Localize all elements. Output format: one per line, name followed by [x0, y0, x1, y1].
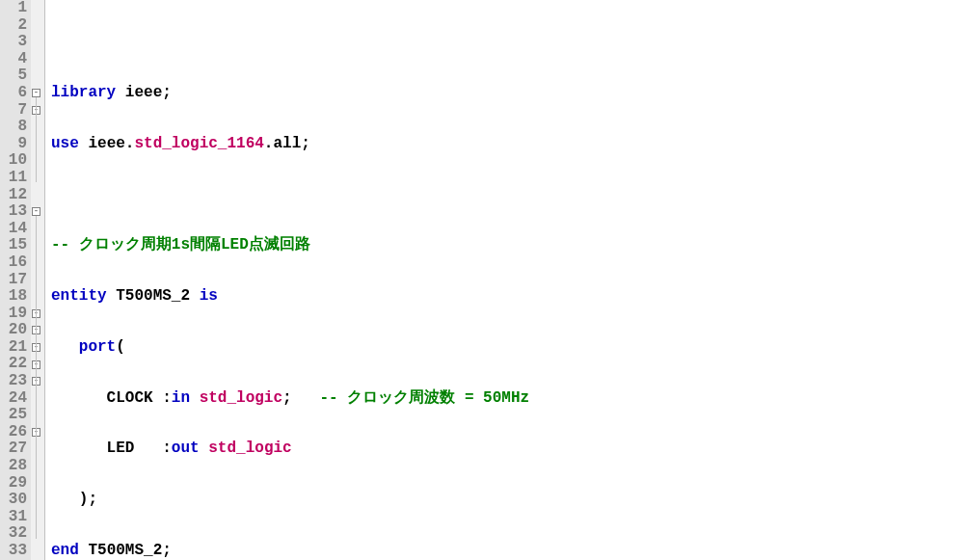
line-number: 5	[0, 67, 27, 85]
line-number: 10	[0, 152, 27, 170]
fold-toggle-icon[interactable]: -	[32, 89, 40, 97]
line-number: 13	[0, 203, 27, 221]
fold-toggle-icon[interactable]: -	[32, 207, 40, 216]
line-number: 32	[0, 525, 27, 543]
line-number: 3	[0, 34, 27, 51]
type: std_logic	[208, 440, 291, 457]
line-number: 27	[0, 440, 27, 458]
line-number: 17	[0, 272, 27, 289]
line-number: 29	[0, 475, 27, 493]
code-line: LED :out std_logic	[51, 440, 619, 458]
fold-trace	[36, 386, 37, 419]
punct: ;	[162, 84, 172, 101]
line-number: 21	[0, 339, 27, 357]
keyword-out: out	[172, 440, 200, 457]
line-number-gutter: 1234567891011121314151617181920212223242…	[0, 0, 31, 560]
keyword-in: in	[172, 389, 190, 407]
line-number: 2	[0, 17, 27, 35]
ident: ieee.	[88, 135, 134, 152]
code-line: end T500MS_2;	[51, 543, 619, 560]
punct: (	[116, 338, 125, 356]
ident: CLOCK	[107, 389, 153, 407]
line-number: 18	[0, 288, 27, 306]
type: std_logic	[200, 389, 282, 407]
code-line: entity T500MS_2 is	[51, 288, 619, 306]
line-number: 1	[0, 0, 27, 17]
keyword-use: use	[51, 135, 79, 152]
keyword-end: end	[51, 542, 79, 559]
ident: LED	[107, 440, 135, 457]
keyword-entity: entity	[51, 287, 107, 305]
line-number: 7	[0, 102, 27, 120]
line-number: 22	[0, 356, 27, 373]
keyword-port: port	[79, 338, 116, 356]
ident: T500MS_2	[88, 542, 162, 559]
line-number: 31	[0, 509, 27, 526]
line-number: 20	[0, 322, 27, 339]
code-line	[51, 187, 619, 204]
code-area[interactable]: library ieee; use ieee.std_logic_1164.al…	[45, 0, 619, 560]
punct: ;	[282, 389, 292, 407]
code-line	[51, 34, 619, 51]
line-number: 8	[0, 119, 27, 136]
comment: -- クロック周期1s間隔LED点滅回路	[51, 236, 310, 253]
type: std_logic_1164	[134, 135, 263, 152]
line-number: 14	[0, 221, 27, 238]
punct: :	[162, 389, 172, 407]
line-number: 9	[0, 136, 27, 153]
punct: ;	[301, 135, 310, 152]
ident: ieee	[125, 84, 162, 101]
line-number: 33	[0, 543, 27, 560]
code-line: port(	[51, 339, 619, 357]
fold-gutter[interactable]: ---------	[31, 0, 45, 560]
code-line: CLOCK :in std_logic; -- クロック周波数 = 50MHz	[51, 390, 619, 408]
punct: :	[162, 440, 172, 457]
line-number: 25	[0, 407, 27, 424]
code-line: use ieee.std_logic_1164.all;	[51, 136, 619, 153]
line-number: 24	[0, 390, 27, 408]
code-line: -- クロック周期1s間隔LED点滅回路	[51, 237, 619, 254]
ident: T500MS_2	[116, 287, 190, 305]
code-line: );	[51, 492, 619, 509]
keyword-library: library	[51, 84, 116, 101]
punct: ;	[162, 542, 172, 559]
comment: -- クロック周波数 = 50MHz	[320, 389, 530, 407]
ident: .all	[264, 135, 301, 152]
line-number: 6	[0, 85, 27, 102]
fold-trace	[36, 369, 37, 471]
line-number: 16	[0, 254, 27, 272]
line-number: 19	[0, 306, 27, 323]
line-number: 28	[0, 458, 27, 475]
line-number: 12	[0, 187, 27, 204]
line-number: 15	[0, 237, 27, 254]
line-number: 30	[0, 492, 27, 509]
keyword-is: is	[200, 287, 218, 305]
line-number: 26	[0, 424, 27, 441]
line-number: 11	[0, 170, 27, 187]
line-number: 23	[0, 373, 27, 390]
editor-root: 1234567891011121314151617181920212223242…	[0, 0, 965, 560]
fold-trace	[36, 97, 37, 182]
fold-trace	[36, 437, 37, 454]
code-line: library ieee;	[51, 85, 619, 102]
punct: ;	[88, 491, 97, 508]
punct: )	[79, 491, 89, 508]
line-number: 4	[0, 51, 27, 68]
